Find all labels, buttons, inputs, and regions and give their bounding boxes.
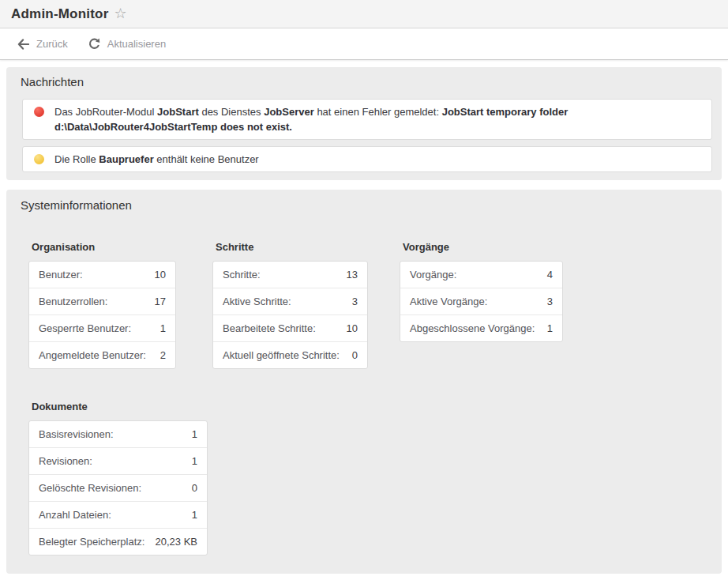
system-groups-row-2: DokumenteBasisrevisionen:1Revisionen:1Ge… [28,401,712,556]
stat-value: 0 [344,349,358,361]
system-group: DokumenteBasisrevisionen:1Revisionen:1Ge… [28,401,208,556]
stat-value: 20,23 KB [148,536,198,548]
stat-table: Benutzer:10Benutzerrollen:17Gesperrte Be… [28,261,176,369]
stat-label: Belegter Speicherplatz: [39,536,144,548]
table-row: Gesperrte Benutzer:1 [29,315,175,342]
table-row: Benutzerrollen:17 [29,288,175,315]
stat-value: 3 [344,296,358,307]
stat-value: 17 [147,296,166,307]
stat-label: Benutzerrollen: [39,296,107,307]
back-button[interactable]: Zurück [17,38,68,50]
page-title: Admin-Monitor [11,6,108,22]
message-warning: Die Rolle Baupruefer enthält keine Benut… [22,146,712,172]
stat-value: 4 [539,269,553,281]
table-row: Gelöschte Revisionen:0 [29,475,207,502]
refresh-button[interactable]: Aktualisieren [88,38,166,50]
warning-dot-icon [34,154,44,164]
stat-table: Schritte:13Aktive Schritte:3Bearbeitete … [212,261,368,369]
table-row: Benutzer:10 [29,262,175,288]
error-dot-icon [34,107,44,117]
stat-label: Gesperrte Benutzer: [39,322,131,334]
table-row: Basisrevisionen:1 [29,421,207,448]
stat-label: Abgeschlossene Vorgänge: [410,322,535,334]
table-row: Vorgänge:4 [400,262,562,288]
message-text: Die Rolle Baupruefer enthält keine Benut… [54,152,259,167]
stat-table: Basisrevisionen:1Revisionen:1Gelöschte R… [28,420,208,556]
group-title: Dokumente [28,401,208,412]
messages-panel: Nachrichten Das JobRouter-Modul JobStart… [6,67,722,180]
group-title: Schritte [212,242,368,253]
stat-value: 1 [184,455,197,467]
table-row: Revisionen:1 [29,448,207,475]
stat-value: 1 [184,509,197,521]
stat-label: Aktive Schritte: [223,296,291,307]
system-info-section-title: Systeminformationen [21,198,712,213]
stat-value: 1 [152,322,166,334]
refresh-icon [88,38,100,50]
messages-list: Das JobRouter-Modul JobStart des Dienste… [22,99,712,172]
stat-label: Vorgänge: [410,269,456,281]
stat-label: Anzahl Dateien: [39,509,111,521]
stat-value: 0 [184,482,197,494]
stat-table: Vorgänge:4Aktive Vorgänge:3Abgeschlossen… [400,261,563,342]
stat-label: Aktuell geöffnete Schritte: [223,349,340,361]
stat-label: Aktive Vorgänge: [410,296,487,307]
group-title: Vorgänge [400,242,563,253]
table-row: Aktuell geöffnete Schritte:0 [213,342,367,368]
messages-section-title: Nachrichten [21,75,712,89]
stat-value: 3 [539,296,553,307]
group-title: Organisation [28,242,176,253]
message-error: Das JobRouter-Modul JobStart des Dienste… [22,99,712,140]
stat-value: 1 [184,428,197,440]
message-text: Das JobRouter-Modul JobStart des Dienste… [54,104,700,134]
table-row: Abgeschlossene Vorgänge:1 [400,315,562,341]
stat-label: Benutzer: [39,269,83,281]
table-row: Aktive Schritte:3 [213,288,367,315]
arrow-left-icon [17,39,29,50]
favorite-star-icon[interactable]: ☆ [114,6,126,21]
stat-value: 13 [339,269,358,281]
stat-value: 2 [152,349,166,361]
toolbar: Zurück Aktualisieren [0,28,728,60]
stat-label: Gelöschte Revisionen: [39,482,141,494]
table-row: Belegter Speicherplatz:20,23 KB [29,529,207,555]
stat-label: Revisionen: [39,455,92,467]
title-bar: Admin-Monitor ☆ [0,0,728,28]
stat-label: Basisrevisionen: [39,428,114,440]
system-groups-row-1: OrganisationBenutzer:10Benutzerrollen:17… [28,242,712,369]
table-row: Schritte:13 [213,262,367,288]
stat-label: Bearbeitete Schritte: [223,322,316,334]
system-group: OrganisationBenutzer:10Benutzerrollen:17… [28,242,176,369]
table-row: Bearbeitete Schritte:10 [213,315,367,342]
stat-label: Schritte: [223,269,261,281]
system-info-panel: Systeminformationen OrganisationBenutzer… [6,190,722,574]
stat-value: 10 [339,322,358,334]
table-row: Aktive Vorgänge:3 [400,288,562,315]
refresh-button-label: Aktualisieren [107,38,166,50]
stat-value: 1 [539,322,553,334]
stat-value: 10 [147,269,166,281]
stat-label: Angemeldete Benutzer: [39,349,146,361]
table-row: Anzahl Dateien:1 [29,502,207,529]
back-button-label: Zurück [36,38,68,50]
system-group: SchritteSchritte:13Aktive Schritte:3Bear… [212,242,368,369]
system-group: VorgängeVorgänge:4Aktive Vorgänge:3Abges… [400,242,563,369]
table-row: Angemeldete Benutzer:2 [29,342,175,368]
